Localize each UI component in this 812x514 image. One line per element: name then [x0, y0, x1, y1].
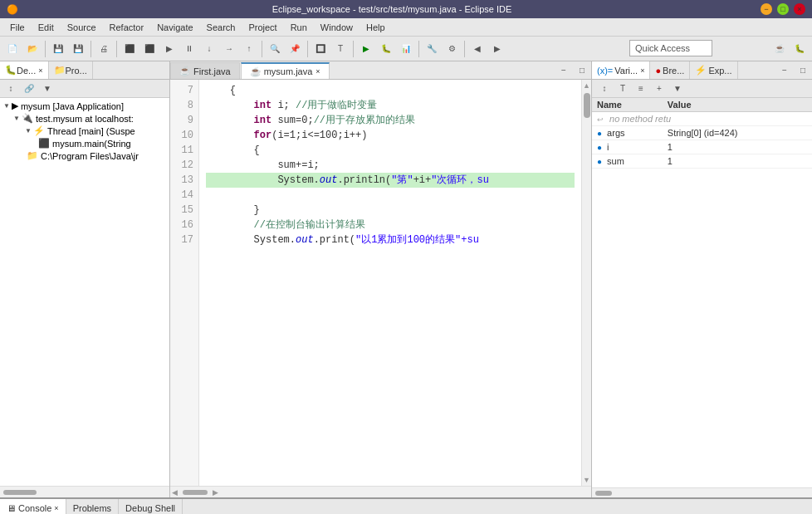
tree-item-mysum-main[interactable]: ⬛ mysum.main(String	[2, 137, 168, 149]
scrollbar-thumb[interactable]	[584, 93, 590, 118]
quick-access-input[interactable]: Quick Access	[629, 40, 712, 56]
menu-source[interactable]: Source	[61, 21, 103, 34]
variables-tab-close[interactable]: ×	[640, 66, 644, 75]
vt-new-var[interactable]: +	[650, 80, 668, 98]
editor-tab-mysum[interactable]: ☕ mysum.java ×	[241, 62, 330, 79]
tb-run-stop[interactable]: ⬛	[140, 40, 159, 58]
variables-area: Name Value ↩ no method retu ● a	[592, 98, 812, 487]
debug-tab[interactable]: 🐛 De... ×	[0, 61, 49, 79]
menu-file[interactable]: File	[3, 21, 32, 34]
tb-step-into[interactable]: ↓	[200, 40, 218, 58]
vt-show-type[interactable]: T	[614, 80, 632, 98]
tb-save[interactable]: 💾	[49, 40, 67, 58]
tb-search[interactable]: 🔍	[266, 40, 284, 58]
menu-project[interactable]: Project	[242, 21, 283, 34]
breakpoints-tab[interactable]: ● Bre...	[650, 61, 690, 79]
tb-open[interactable]: 📂	[23, 40, 42, 58]
tree-item-jre[interactable]: 📁 C:\Program Files\Java\jr	[2, 149, 168, 162]
tb-nav-back[interactable]: ◀	[468, 40, 487, 58]
tb-new[interactable]: 📄	[3, 40, 22, 58]
menu-navigate[interactable]: Navigate	[150, 21, 199, 34]
tb-resume[interactable]: ▶	[160, 40, 179, 58]
tb-step-over[interactable]: →	[220, 40, 238, 58]
debug-shell-tab[interactable]: Debug Shell	[119, 499, 183, 514]
editor-max[interactable]: □	[573, 61, 591, 79]
menu-refactor[interactable]: Refactor	[103, 21, 151, 34]
right-max[interactable]: □	[794, 61, 812, 80]
tb-sep2	[90, 41, 91, 57]
editor-min[interactable]: −	[555, 61, 573, 79]
menu-edit[interactable]: Edit	[32, 21, 61, 34]
tb-debug-app[interactable]: 🐛	[377, 40, 395, 58]
left-panel-toolbar: ↕ 🔗 ▼	[0, 80, 169, 98]
tb-step-return[interactable]: ↑	[240, 40, 258, 58]
console-tab[interactable]: 🖥 Console ×	[0, 499, 66, 514]
var-row-args[interactable]: ● args String[0] (id=424)	[592, 126, 812, 140]
minimize-button[interactable]: −	[761, 3, 772, 15]
scroll-down-arrow[interactable]: ▼	[583, 476, 590, 484]
vt-collapse[interactable]: ↕	[595, 80, 614, 98]
var-icon: (x)=	[597, 66, 613, 76]
line-num-10: 10	[175, 128, 193, 143]
tb-perspective[interactable]: 🔲	[311, 40, 330, 58]
tb-print[interactable]: 🖨	[95, 40, 113, 58]
code-line-13: System.out.println("第"+i+"次循环，su	[206, 173, 575, 188]
tree-item-thread-main[interactable]: ▼ ⚡ Thread [main] (Suspe	[2, 125, 168, 137]
toolbar: 📄 📂 💾 💾 🖨 ⬛ ⬛ ▶ ⏸ ↓ → ↑ 🔍 📌 🔲 T ▶ 🐛 📊 🔧 …	[0, 37, 812, 61]
line-num-9: 9	[175, 113, 193, 128]
lp-connect[interactable]: 🔗	[20, 80, 38, 98]
scroll-up-arrow[interactable]: ▲	[583, 81, 590, 90]
menu-search[interactable]: Search	[200, 21, 242, 34]
var-row-sum[interactable]: ● sum 1	[592, 154, 812, 169]
variables-tab[interactable]: (x)= Vari... ×	[592, 61, 650, 79]
lp-collapse[interactable]: ↕	[2, 80, 20, 98]
right-hscroll[interactable]	[592, 487, 812, 497]
tb-persp1[interactable]: ☕	[770, 40, 789, 58]
tree-arrow-1: ▼	[3, 102, 10, 110]
vt-layout[interactable]: ≡	[632, 80, 650, 98]
tb-debug[interactable]: ⬛	[120, 40, 139, 58]
editor-tab-close-2[interactable]: ×	[316, 67, 320, 76]
var-col-name: Name	[592, 98, 663, 112]
tb-markers[interactable]: 📌	[286, 40, 304, 58]
tb-ext1[interactable]: 🔧	[423, 40, 441, 58]
variables-toolbar: ↕ T ≡ + ▼	[592, 80, 812, 98]
menu-run[interactable]: Run	[284, 21, 314, 34]
menu-window[interactable]: Window	[314, 21, 360, 34]
close-button[interactable]: ×	[794, 3, 805, 15]
editor-tab-firstjava[interactable]: ☕ First.java	[170, 62, 240, 79]
tb-nav-fwd[interactable]: ▶	[488, 40, 506, 58]
tb-sep1	[45, 41, 46, 57]
editor-hscroll[interactable]: ◀ ▶	[170, 486, 591, 497]
tb-run-app[interactable]: ▶	[357, 40, 375, 58]
code-line-10: for(i=1;i<=100;i++)	[206, 128, 575, 143]
right-min[interactable]: −	[775, 61, 794, 80]
tree-item-test-mysum[interactable]: ▼ 🔌 test.mysum at localhost:	[2, 112, 168, 125]
hscroll-left[interactable]: ◀	[170, 488, 179, 497]
package-explorer: ▼ ▶ mysum [Java Application] ▼ 🔌 test.my…	[0, 98, 169, 486]
hscroll-right[interactable]: ▶	[211, 488, 220, 497]
tb-open-type[interactable]: T	[331, 40, 350, 58]
right-hscroll-thumb	[595, 491, 612, 496]
lp-menu[interactable]: ▼	[38, 80, 56, 98]
left-panel-hscroll[interactable]	[0, 486, 169, 497]
debug-tab-close[interactable]: ×	[38, 66, 42, 75]
tree-label-5: C:\Program Files\Java\jr	[41, 151, 139, 161]
tb-coverage[interactable]: 📊	[397, 40, 415, 58]
vt-menu[interactable]: ▼	[668, 80, 687, 98]
tb-pause[interactable]: ⏸	[180, 40, 198, 58]
code-area[interactable]: { int i; //用于做临时变量 int sum=0;//用于存放累加的结果…	[199, 80, 581, 486]
console-tab-close[interactable]: ×	[54, 504, 58, 512]
line-num-14: 14	[175, 188, 193, 203]
project-tab[interactable]: 📁 Pro...	[49, 61, 93, 79]
menu-help[interactable]: Help	[360, 21, 392, 34]
problems-tab[interactable]: Problems	[66, 499, 119, 514]
tb-ext2[interactable]: ⚙	[443, 40, 461, 58]
expressions-tab[interactable]: ⚡ Exp...	[690, 61, 737, 79]
tree-item-mysum-app[interactable]: ▼ ▶ mysum [Java Application]	[2, 100, 168, 112]
tb-persp2[interactable]: 🐛	[790, 40, 809, 58]
var-row-i[interactable]: ● i 1	[592, 140, 812, 154]
tb-save-all[interactable]: 💾	[69, 40, 87, 58]
editor-vscrollbar[interactable]: ▲ ▼	[581, 80, 591, 486]
maximize-button[interactable]: □	[777, 3, 789, 15]
